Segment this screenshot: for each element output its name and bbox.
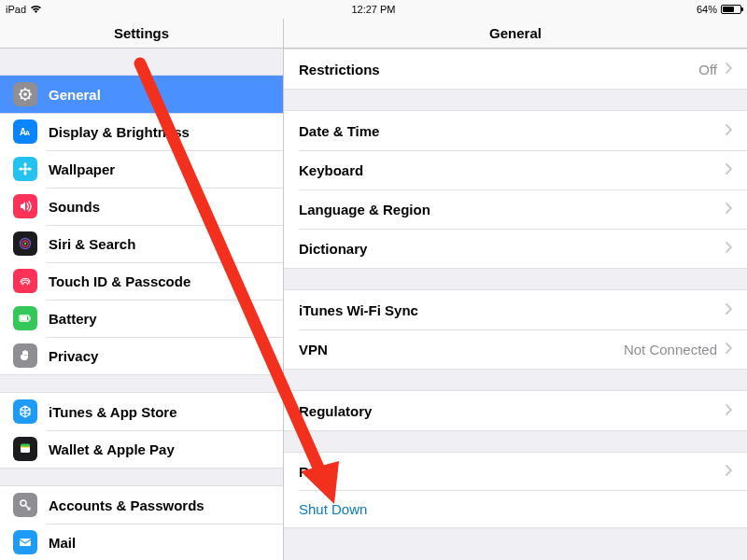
row-label: iTunes Wi-Fi Sync xyxy=(299,302,725,318)
row-label: Dictionary xyxy=(299,241,725,257)
svg-rect-21 xyxy=(30,317,32,320)
sidebar-item-label: Wallet & Apple Pay xyxy=(49,441,270,457)
svg-point-19 xyxy=(24,243,27,245)
svg-rect-25 xyxy=(21,444,30,447)
mail-icon xyxy=(13,530,37,554)
svg-point-13 xyxy=(24,162,27,167)
row-value: Off xyxy=(698,62,717,77)
detail-group-sync: iTunes Wi-Fi Sync VPN Not Connected xyxy=(284,289,747,370)
chevron-right-icon xyxy=(725,161,732,178)
shut-down-link[interactable]: Shut Down xyxy=(299,501,367,517)
sidebar-item-touchid[interactable]: Touch ID & Passcode xyxy=(0,262,283,300)
text-size-icon: AA xyxy=(13,119,37,144)
status-bar: iPad 12:27 PM 64% xyxy=(0,0,747,19)
battery-icon xyxy=(13,306,37,330)
chevron-right-icon xyxy=(725,301,732,318)
row-label: Keyboard xyxy=(299,162,725,178)
sidebar-item-label: Touch ID & Passcode xyxy=(49,273,270,289)
sidebar-item-wallet[interactable]: Wallet & Apple Pay xyxy=(0,430,283,468)
row-value: Not Connected xyxy=(624,342,717,357)
row-reset[interactable]: Reset xyxy=(284,453,747,490)
svg-line-8 xyxy=(21,98,22,100)
chevron-right-icon xyxy=(725,463,732,480)
sidebar-item-battery[interactable]: Battery xyxy=(0,300,283,337)
wallet-icon xyxy=(13,437,37,461)
sidebar-item-display[interactable]: AA Display & Brightness xyxy=(0,113,283,150)
row-label: VPN xyxy=(299,342,624,357)
svg-line-9 xyxy=(29,90,31,91)
sidebar-item-privacy[interactable]: Privacy xyxy=(0,337,283,374)
appstore-icon xyxy=(13,399,37,424)
settings-sidebar: General AA Display & Brightness Wallpape… xyxy=(0,49,284,560)
row-label: Restrictions xyxy=(299,62,698,77)
general-detail-pane: Restrictions Off Date & Time Keyboard La… xyxy=(284,49,747,560)
sidebar-item-label: Siri & Search xyxy=(49,236,270,252)
chevron-right-icon xyxy=(725,61,732,77)
battery-icon xyxy=(721,5,741,14)
gear-icon xyxy=(13,82,37,106)
wifi-icon xyxy=(30,5,42,14)
device-label: iPad xyxy=(6,4,26,15)
sidebar-item-label: Mail xyxy=(49,535,270,551)
svg-point-12 xyxy=(23,167,27,171)
row-label: Regulatory xyxy=(299,403,725,419)
sidebar-item-mail[interactable]: Mail xyxy=(0,524,283,560)
sidebar-title: Settings xyxy=(0,19,284,48)
sidebar-item-general[interactable]: General xyxy=(0,76,283,113)
row-vpn[interactable]: VPN Not Connected xyxy=(284,329,747,369)
clock: 12:27 PM xyxy=(351,4,395,15)
detail-group-reset: Reset Shut Down xyxy=(284,452,747,528)
svg-point-16 xyxy=(27,168,32,171)
speaker-icon xyxy=(13,194,37,218)
sidebar-item-label: Display & Brightness xyxy=(49,124,270,140)
row-language-region[interactable]: Language & Region xyxy=(284,189,747,229)
sidebar-group-1: General AA Display & Brightness Wallpape… xyxy=(0,75,283,375)
row-label: Language & Region xyxy=(299,202,725,217)
sidebar-item-label: General xyxy=(49,87,270,103)
siri-icon xyxy=(13,231,37,256)
svg-point-15 xyxy=(19,168,23,171)
detail-group-localization: Date & Time Keyboard Language & Region D… xyxy=(284,110,747,269)
sidebar-item-label: Sounds xyxy=(49,199,270,215)
svg-line-7 xyxy=(29,98,31,100)
sidebar-group-2: iTunes & App Store Wallet & Apple Pay xyxy=(0,392,283,469)
sidebar-item-label: Wallpaper xyxy=(49,161,270,177)
row-itunes-wifi-sync[interactable]: iTunes Wi-Fi Sync xyxy=(284,290,747,329)
detail-group-restrictions: Restrictions Off xyxy=(284,49,747,90)
sidebar-item-sounds[interactable]: Sounds xyxy=(0,188,283,225)
header-bar: Settings General xyxy=(0,19,747,49)
sidebar-item-siri[interactable]: Siri & Search xyxy=(0,225,283,262)
sidebar-item-label: Accounts & Passwords xyxy=(49,497,270,513)
chevron-right-icon xyxy=(725,240,732,257)
sidebar-item-wallpaper[interactable]: Wallpaper xyxy=(0,150,283,188)
row-date-time[interactable]: Date & Time xyxy=(284,111,747,150)
row-shut-down[interactable]: Shut Down xyxy=(284,490,747,527)
chevron-right-icon xyxy=(725,122,732,139)
svg-rect-27 xyxy=(20,539,31,546)
chevron-right-icon xyxy=(725,201,732,217)
sidebar-item-accounts[interactable]: Accounts & Passwords xyxy=(0,486,283,524)
battery-percent: 64% xyxy=(697,4,717,15)
row-restrictions[interactable]: Restrictions Off xyxy=(284,49,747,89)
key-icon xyxy=(13,493,37,517)
sidebar-group-3: Accounts & Passwords Mail xyxy=(0,485,283,560)
row-keyboard[interactable]: Keyboard xyxy=(284,150,747,189)
sidebar-item-label: iTunes & App Store xyxy=(49,404,270,420)
svg-point-1 xyxy=(23,92,27,96)
svg-line-6 xyxy=(21,90,22,91)
svg-text:A: A xyxy=(25,130,30,136)
row-dictionary[interactable]: Dictionary xyxy=(284,229,747,268)
svg-point-14 xyxy=(24,171,27,175)
hand-icon xyxy=(13,343,37,368)
row-label: Date & Time xyxy=(299,123,725,139)
svg-rect-22 xyxy=(21,316,27,320)
sidebar-item-label: Battery xyxy=(49,311,270,327)
row-label: Reset xyxy=(299,464,725,480)
detail-group-regulatory: Regulatory xyxy=(284,390,747,431)
row-regulatory[interactable]: Regulatory xyxy=(284,391,747,430)
fingerprint-icon xyxy=(13,269,37,293)
sidebar-item-label: Privacy xyxy=(49,348,270,364)
sidebar-item-appstore[interactable]: iTunes & App Store xyxy=(0,393,283,430)
chevron-right-icon xyxy=(725,341,732,357)
detail-title: General xyxy=(284,19,747,48)
